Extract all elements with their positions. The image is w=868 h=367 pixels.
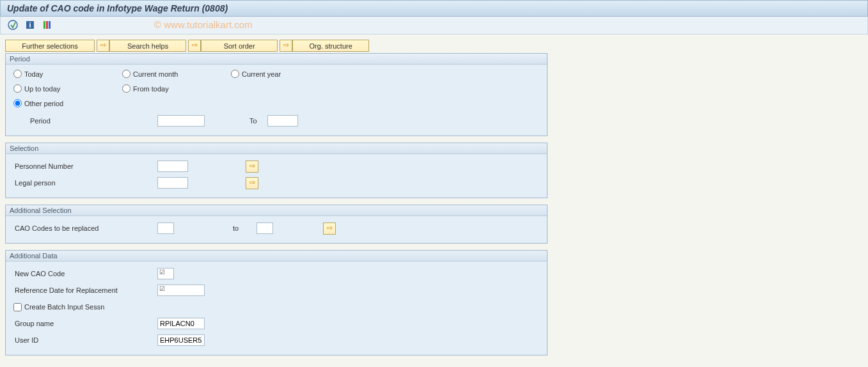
legal-person-input[interactable]	[157, 177, 188, 189]
period-to-input[interactable]	[267, 115, 298, 127]
info-icon[interactable]: i	[24, 19, 36, 31]
page-title: Update of CAO code in Infotype Wage Retu…	[7, 3, 228, 13]
content-area: Further selections ⇨Search helps ⇨Sort o…	[0, 35, 868, 367]
period-group: Period Today Current month Current year …	[5, 53, 548, 136]
arrow-icon[interactable]: ⇨	[280, 40, 292, 52]
personnel-number-label: Personnel Number	[13, 162, 157, 170]
group-title-period: Period	[6, 54, 547, 65]
cao-from-input[interactable]	[157, 223, 174, 234]
user-id-label: User ID	[13, 336, 157, 344]
cao-to-input[interactable]	[256, 223, 273, 234]
variant-icon[interactable]	[42, 19, 53, 31]
selection-group: Selection Personnel Number ⇨ Legal perso…	[5, 143, 548, 198]
new-cao-input[interactable]	[157, 268, 174, 279]
radio-current-month[interactable]: Current month	[122, 70, 231, 78]
toolbar: i © www.tutorialkart.com	[0, 17, 868, 35]
cao-codes-label: CAO Codes to be replaced	[13, 224, 157, 232]
legal-person-label: Legal person	[13, 179, 157, 187]
additional-selection-group: Additional Selection CAO Codes to be rep…	[5, 205, 548, 244]
arrow-icon[interactable]: ⇨	[97, 40, 109, 52]
group-title-adddata: Additional Data	[6, 251, 547, 262]
org-structure-button[interactable]: Org. structure	[292, 40, 369, 52]
new-cao-label: New CAO Code	[13, 270, 157, 277]
svg-rect-5	[49, 21, 51, 29]
svg-rect-4	[46, 21, 48, 29]
search-helps-button[interactable]: Search helps	[109, 40, 186, 52]
ref-date-input[interactable]	[157, 285, 205, 296]
batch-checkbox[interactable]: Create Batch Input Sessn	[13, 303, 104, 311]
additional-data-group: Additional Data New CAO Code ☑ Reference…	[5, 250, 548, 355]
button-row: Further selections ⇨Search helps ⇨Sort o…	[5, 40, 863, 52]
further-selections-button[interactable]: Further selections	[5, 40, 95, 52]
sort-order-button[interactable]: Sort order	[201, 40, 278, 52]
multiple-selection-icon[interactable]: ⇨	[246, 160, 258, 173]
execute-icon[interactable]	[7, 19, 19, 31]
cao-to-label: to	[233, 224, 239, 232]
period-from-input[interactable]	[157, 115, 205, 127]
multiple-selection-icon[interactable]: ⇨	[246, 177, 258, 189]
personnel-number-input[interactable]	[157, 160, 188, 172]
title-bar: Update of CAO code in Infotype Wage Retu…	[0, 0, 868, 17]
svg-rect-3	[43, 21, 45, 29]
svg-text:i: i	[29, 21, 31, 29]
watermark: © www.tutorialkart.com	[154, 19, 253, 30]
radio-other-period[interactable]: Other period	[13, 99, 122, 107]
radio-current-year[interactable]: Current year	[231, 70, 340, 78]
group-name-input[interactable]	[157, 318, 205, 329]
user-id-input[interactable]	[157, 334, 205, 346]
radio-up-to-today[interactable]: Up to today	[13, 84, 122, 93]
radio-today[interactable]: Today	[13, 70, 122, 78]
radio-from-today[interactable]: From today	[122, 84, 231, 93]
multiple-selection-icon[interactable]: ⇨	[323, 223, 336, 235]
period-to-label: To	[249, 117, 257, 125]
period-label: Period	[29, 117, 157, 125]
ref-date-label: Reference Date for Replacement	[13, 286, 157, 294]
group-title-addsel: Additional Selection	[6, 205, 547, 216]
group-title-selection: Selection	[6, 143, 547, 154]
group-name-label: Group name	[13, 320, 157, 327]
arrow-icon[interactable]: ⇨	[188, 40, 201, 52]
